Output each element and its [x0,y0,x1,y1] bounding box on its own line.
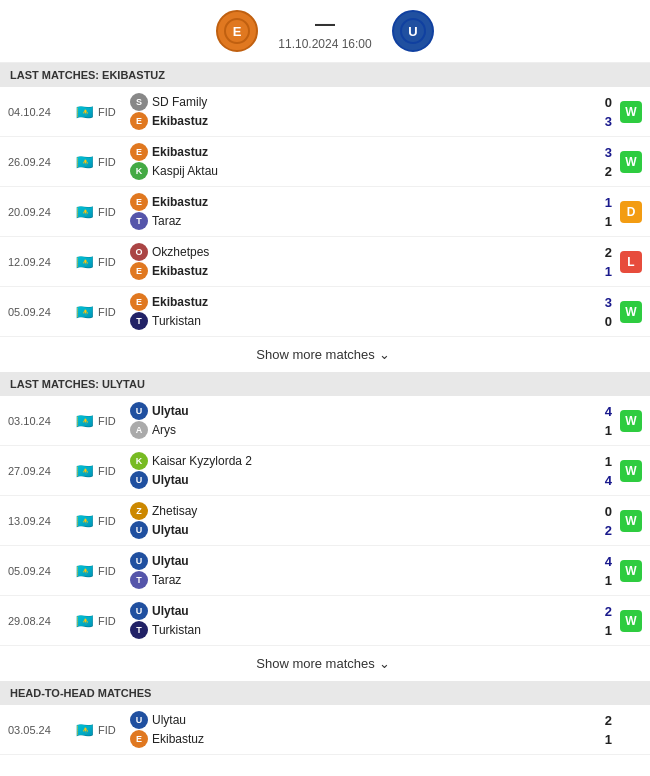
result-badge: W [620,410,642,432]
match-date-col: 13.09.24 [8,515,76,527]
match-row: 04.10.24 🇰🇿 FID S SD Family 0 E Ekibastu… [0,87,650,136]
flag-col: 🇰🇿 [76,104,98,120]
league-col: FID [98,565,130,577]
team-icon: T [130,312,148,330]
score-value: 0 [592,95,612,110]
match-row: 05.09.24 🇰🇿 FID U Ulytau 4 T Taraz [0,546,650,595]
team-name: Ulytau [152,713,186,727]
h2h-matches-list: 03.05.24 🇰🇿 FID U Ulytau 2 E Ekibastuz [0,705,650,755]
team-icon: U [130,552,148,570]
flag-icon: 🇰🇿 [76,154,93,170]
result-badge: L [620,251,642,273]
team-score-row: U Ulytau 2 [130,521,620,539]
team-name: Okzhetpes [152,245,209,259]
match-row: 05.09.24 🇰🇿 FID E Ekibastuz 3 T Turkista… [0,287,650,336]
result-badge: W [620,301,642,323]
ulytau-section: LAST MATCHES: ULYTAU 03.10.24 🇰🇿 FID U U… [0,372,650,681]
match-row: 26.09.24 🇰🇿 FID E Ekibastuz 3 K Kaspij A… [0,137,650,186]
team-name: SD Family [152,95,207,109]
team-icon: O [130,243,148,261]
score-value: 2 [592,164,612,179]
teams-scores: U Ulytau 2 T Turkistan 1 [130,600,620,641]
result-badge: W [620,101,642,123]
teams-scores: U Ulytau 4 A Arys 1 [130,400,620,441]
team-score-row: K Kaisar Kyzylorda 2 1 [130,452,620,470]
team-icon: K [130,162,148,180]
flag-icon: 🇰🇿 [76,722,93,738]
team-icon: E [130,293,148,311]
teams-scores: U Ulytau 4 T Taraz 1 [130,550,620,591]
match-row: 12.09.24 🇰🇿 FID O Okzhetpes 2 E Ekibastu… [0,237,650,286]
match-date-col: 05.09.24 [8,306,76,318]
team-score-row: U Ulytau 4 [130,552,620,570]
team-icon: U [130,471,148,489]
ekibastuz-logo: E [216,10,258,52]
score-value: 2 [592,713,612,728]
team-name: Arys [152,423,176,437]
flag-col: 🇰🇿 [76,463,98,479]
flag-icon: 🇰🇿 [76,463,93,479]
match-date-col: 12.09.24 [8,256,76,268]
match-row: 29.08.24 🇰🇿 FID U Ulytau 2 T Turkistan [0,596,650,645]
team-name: Ulytau [152,404,189,418]
teams-scores: U Ulytau 2 E Ekibastuz 1 [130,709,620,750]
team-score-row: T Taraz 1 [130,212,620,230]
team-name: Taraz [152,573,181,587]
ekibastuz-show-more[interactable]: Show more matches ⌄ [0,337,650,372]
teams-scores: K Kaisar Kyzylorda 2 1 U Ulytau 4 [130,450,620,491]
flag-col: 🇰🇿 [76,204,98,220]
match-group: 26.09.24 🇰🇿 FID E Ekibastuz 3 K Kaspij A… [0,137,650,187]
team-score-row: O Okzhetpes 2 [130,243,620,261]
h2h-section-header: HEAD-TO-HEAD MATCHES [0,681,650,705]
league-col: FID [98,615,130,627]
result-badge: W [620,610,642,632]
match-group: 12.09.24 🇰🇿 FID O Okzhetpes 2 E Ekibastu… [0,237,650,287]
match-date-col: 20.09.24 [8,206,76,218]
teams-scores: S SD Family 0 E Ekibastuz 3 [130,91,620,132]
league-col: FID [98,206,130,218]
flag-col: 🇰🇿 [76,513,98,529]
team-score-row: U Ulytau 2 [130,711,620,729]
match-info: — 11.10.2024 16:00 [278,12,371,51]
league-col: FID [98,106,130,118]
flag-col: 🇰🇿 [76,254,98,270]
team-icon: T [130,621,148,639]
league-col: FID [98,256,130,268]
team-icon: U [130,602,148,620]
team-name: Kaspij Aktau [152,164,218,178]
team-score-row: U Ulytau 4 [130,471,620,489]
team-icon: T [130,212,148,230]
flag-icon: 🇰🇿 [76,204,93,220]
team-name: Turkistan [152,623,201,637]
team-icon: U [130,711,148,729]
ulytau-show-more[interactable]: Show more matches ⌄ [0,646,650,681]
team-score-row: K Kaspij Aktau 2 [130,162,620,180]
score-value: 3 [592,295,612,310]
teams-scores: E Ekibastuz 3 K Kaspij Aktau 2 [130,141,620,182]
team-score-row: T Taraz 1 [130,571,620,589]
flag-icon: 🇰🇿 [76,613,93,629]
score-value: 3 [592,114,612,129]
team-icon: E [130,143,148,161]
team-icon: T [130,571,148,589]
match-row: 03.05.24 🇰🇿 FID U Ulytau 2 E Ekibastuz [0,705,650,754]
team-score-row: Z Zhetisay 0 [130,502,620,520]
team-score-row: T Turkistan 1 [130,621,620,639]
team-score-row: E Ekibastuz 3 [130,143,620,161]
team-icon: K [130,452,148,470]
ulytau-section-header: LAST MATCHES: ULYTAU [0,372,650,396]
score-value: 0 [592,504,612,519]
team-icon: U [130,521,148,539]
teams-scores: E Ekibastuz 1 T Taraz 1 [130,191,620,232]
match-date-col: 26.09.24 [8,156,76,168]
league-col: FID [98,724,130,736]
team-icon: E [130,193,148,211]
team-score-row: U Ulytau 4 [130,402,620,420]
flag-col: 🇰🇿 [76,722,98,738]
ekibastuz-section: LAST MATCHES: EKIBASTUZ 04.10.24 🇰🇿 FID … [0,63,650,372]
ulytau-logo: U [392,10,434,52]
flag-icon: 🇰🇿 [76,563,93,579]
score-value: 1 [592,423,612,438]
ekibastuz-section-header: LAST MATCHES: EKIBASTUZ [0,63,650,87]
team-score-row: A Arys 1 [130,421,620,439]
